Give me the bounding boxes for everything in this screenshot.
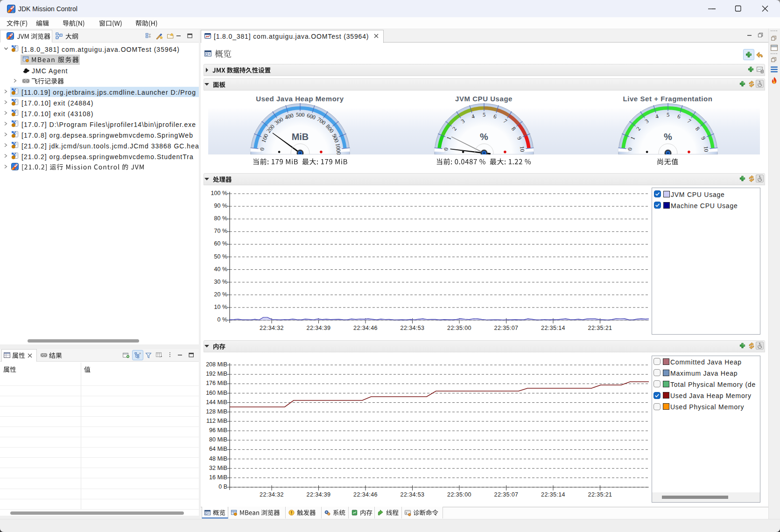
svg-text:%: %	[664, 132, 672, 142]
svg-text:%: %	[480, 132, 488, 142]
svg-text:5: 5	[482, 112, 485, 118]
svg-text:5: 5	[666, 112, 669, 118]
svg-text:1000: 1000	[334, 143, 342, 154]
svg-text:10: 10	[702, 146, 709, 152]
svg-text:500: 500	[295, 112, 304, 118]
svg-text:10: 10	[518, 146, 525, 152]
svg-text:MiB: MiB	[291, 132, 309, 142]
